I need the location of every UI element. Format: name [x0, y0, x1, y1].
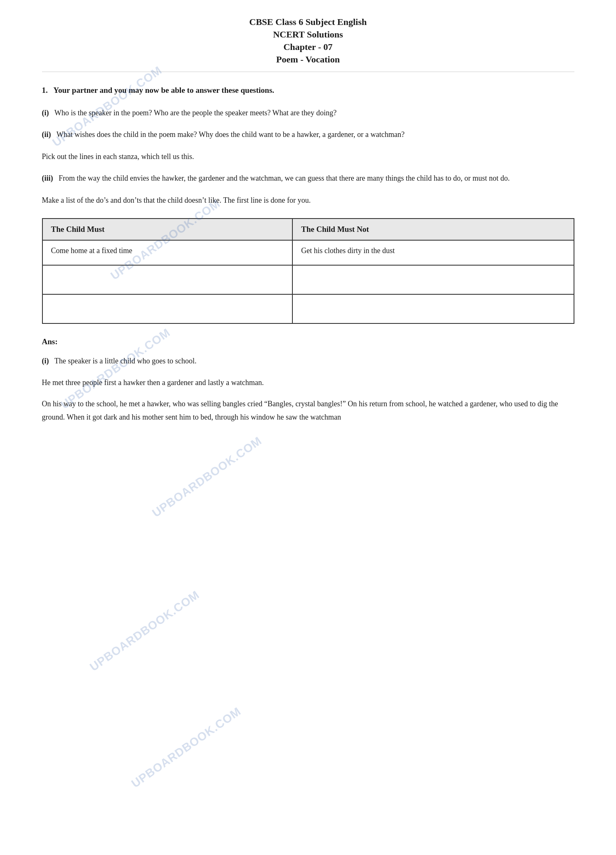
ans-para-i: (i) The speaker is a little child who go… [42, 355, 574, 368]
subquestion-ii-label: (ii) [42, 130, 51, 139]
table-cell-must-not-3 [292, 294, 574, 323]
table-cell-must-1: Come home at a fixed time [42, 240, 293, 265]
ans-para-3: On his way to the school, he met a hawke… [42, 398, 574, 424]
table-row [42, 265, 574, 294]
table-cell-must-not-1: Get his clothes dirty in the dust [292, 240, 574, 265]
subquestion-iii-label: (iii) [42, 174, 53, 182]
table-header-must: The Child Must [42, 219, 293, 240]
table-row: Come home at a fixed time Get his clothe… [42, 240, 574, 265]
table-header-row: The Child Must The Child Must Not [42, 219, 574, 240]
pick-out-line: Pick out the lines in each stanza, which… [42, 150, 574, 163]
page-container: UPBOARDBOOK.COM UPBOARDBOOK.COM UPBOARDB… [17, 0, 599, 457]
header-line3: Chapter - 07 [42, 42, 574, 52]
subquestion-ii: (ii) What wishes does the child in the p… [42, 128, 574, 141]
header-line4: Poem - Vocation [42, 54, 574, 65]
subquestion-i-text: Who is the speaker in the poem? Who are … [54, 109, 337, 117]
watermark-4: UPBOARDBOOK.COM [150, 434, 264, 520]
page-header: CBSE Class 6 Subject English NCERT Solut… [42, 17, 574, 72]
watermark-6: UPBOARDBOOK.COM [129, 705, 243, 790]
table-cell-must-3 [42, 294, 293, 323]
table-cell-must-2 [42, 265, 293, 294]
subquestion-i: (i) Who is the speaker in the poem? Who … [42, 107, 574, 119]
ans-para-i-label: (i) [42, 357, 49, 365]
table-header-must-not: The Child Must Not [292, 219, 574, 240]
subquestion-iii-text: From the way the child envies the hawker… [59, 174, 510, 182]
subquestion-ii-text: What wishes does the child in the poem m… [57, 130, 405, 139]
make-list-line: Make a list of the do’s and don’ts that … [42, 194, 574, 207]
dos-donts-table: The Child Must The Child Must Not Come h… [42, 218, 574, 324]
subquestion-iii: (iii) From the way the child envies the … [42, 172, 574, 185]
table-row [42, 294, 574, 323]
header-line2: NCERT Solutions [42, 29, 574, 40]
table-cell-must-not-2 [292, 265, 574, 294]
question-1-label: 1. [42, 86, 48, 94]
question-1-heading: 1. Your partner and you may now be able … [42, 85, 574, 97]
ans-para-2: He met three people first a hawker then … [42, 376, 574, 390]
question-1-text: Your partner and you may now be able to … [53, 86, 274, 94]
ans-label: Ans: [42, 337, 574, 346]
ans-para-i-text: The speaker is a little child who goes t… [54, 357, 197, 365]
header-line1: CBSE Class 6 Subject English [42, 17, 574, 27]
subquestion-i-label: (i) [42, 109, 49, 117]
watermark-5: UPBOARDBOOK.COM [87, 588, 202, 674]
